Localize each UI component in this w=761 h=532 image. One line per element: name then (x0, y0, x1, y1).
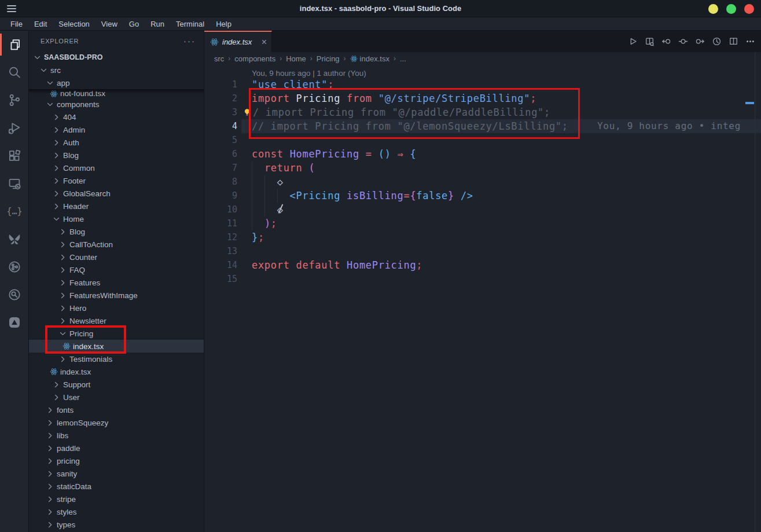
circle-branch-icon[interactable] (0, 253, 28, 281)
tree-item-admin[interactable]: Admin (29, 123, 204, 136)
tree-item-user[interactable]: User (29, 391, 204, 403)
tree-item-featureswithimage[interactable]: FeaturesWithImage (29, 289, 204, 302)
extensions-icon[interactable] (0, 142, 28, 170)
close-light[interactable] (744, 4, 754, 14)
gitlens-authors-codelens[interactable]: You, 9 hours ago | 1 author (You) (204, 65, 761, 78)
tree-item-stripe[interactable]: stripe (29, 493, 204, 505)
line-number[interactable]: 5 (204, 133, 241, 147)
breadcrumb-item-components[interactable]: components (234, 54, 275, 63)
tree-item-styles[interactable]: styles (29, 505, 204, 518)
tree-item-app[interactable]: app (29, 76, 204, 89)
more-actions-icon[interactable] (745, 36, 755, 47)
tree-item-fonts[interactable]: fonts (29, 403, 204, 416)
tree-item-404[interactable]: 404 (29, 111, 204, 123)
json-brackets-icon[interactable]: {…} (0, 197, 28, 225)
tree-item-not-found-tsx[interactable]: not-found.tsx (29, 89, 204, 98)
tree-item-newsletter[interactable]: Newsletter (29, 314, 204, 327)
tree-item-types[interactable]: types (29, 518, 204, 531)
line-number[interactable]: 15 (204, 272, 241, 286)
breadcrumb-item-index-tsx[interactable]: index.tsx (350, 54, 389, 63)
tree-item-label: styles (57, 508, 77, 516)
menu-edit[interactable]: Edit (28, 19, 53, 30)
timeline-icon[interactable] (711, 36, 722, 47)
line-number[interactable]: 14 (204, 258, 241, 272)
menu-go[interactable]: Go (123, 19, 145, 30)
lightbulb-icon[interactable] (242, 107, 252, 118)
menu-run[interactable]: Run (145, 19, 170, 30)
tree-item-pricing[interactable]: pricing (29, 454, 204, 467)
maximize-light[interactable] (726, 4, 736, 14)
remote-explorer-icon[interactable] (0, 170, 28, 197)
menu-view[interactable]: View (95, 19, 123, 30)
line-number[interactable]: 1 (204, 78, 241, 91)
run-icon[interactable] (627, 36, 638, 47)
line-number[interactable]: 7 (204, 161, 241, 175)
breadcrumb-item--[interactable]: ... (400, 54, 406, 63)
tree-item-pricing[interactable]: Pricing (29, 327, 204, 340)
line-number[interactable]: 10 (204, 203, 241, 217)
tree-item-blog[interactable]: Blog (29, 149, 204, 162)
code-token: /> (461, 190, 473, 201)
line-number[interactable]: 4 (204, 119, 241, 133)
chevron-right-icon (52, 380, 61, 389)
next-change-icon[interactable] (694, 36, 705, 47)
tree-item-paddle[interactable]: paddle (29, 442, 204, 454)
open-changes-icon[interactable] (644, 36, 655, 47)
tree-item-faq[interactable]: FAQ (29, 263, 204, 276)
tree-item-staticdata[interactable]: staticData (29, 480, 204, 493)
prev-change-icon[interactable] (661, 36, 671, 47)
line-number[interactable]: 8 (204, 175, 241, 189)
tree-item-auth[interactable]: Auth (29, 136, 204, 149)
tree-item-index-tsx[interactable]: index.tsx (29, 340, 204, 353)
tree-item-libs[interactable]: libs (29, 429, 204, 442)
tree-item-src[interactable]: src (29, 64, 204, 76)
search-icon[interactable] (0, 58, 28, 86)
breadcrumb-item-src[interactable]: src (214, 54, 224, 63)
tree-item-footer[interactable]: Footer (29, 174, 204, 187)
breadcrumb-item-home[interactable]: Home (286, 54, 306, 63)
tree-item-components[interactable]: components (29, 98, 204, 111)
tree-item-saasbold-pro[interactable]: SAASBOLD-PRO (29, 51, 204, 64)
compare-changes-icon[interactable] (678, 36, 688, 47)
files-icon[interactable] (0, 31, 28, 58)
line-number[interactable]: 2 (204, 91, 241, 105)
line-number[interactable]: 12 (204, 230, 241, 244)
tree-item-lemonsqueezy[interactable]: lemonSqueezy (29, 416, 204, 429)
menu-terminal[interactable]: Terminal (170, 19, 210, 30)
tree-item-blog[interactable]: Blog (29, 225, 204, 238)
breadcrumb-item-pricing[interactable]: Pricing (317, 54, 340, 63)
menu-hamburger-icon[interactable] (7, 5, 16, 12)
tree-item-home[interactable]: Home (29, 212, 204, 225)
tree-item-globalsearch[interactable]: GlobalSearch (29, 187, 204, 200)
tree-item-hero[interactable]: Hero (29, 302, 204, 314)
tree-item-header[interactable]: Header (29, 200, 204, 212)
tab-index-tsx[interactable]: index.tsx × (204, 31, 272, 52)
line-number[interactable]: 6 (204, 147, 241, 161)
line-number[interactable]: 11 (204, 217, 241, 230)
menu-help[interactable]: Help (210, 19, 237, 30)
tree-item-common[interactable]: Common (29, 162, 204, 174)
menu-file[interactable]: File (5, 19, 28, 30)
run-debug-icon[interactable] (0, 114, 28, 142)
tree-item-testimonials[interactable]: Testimonials (29, 353, 204, 365)
tree-item-support[interactable]: Support (29, 378, 204, 391)
line-number[interactable]: 13 (204, 244, 241, 258)
code-editor[interactable]: 1"use client";2import Pricing from "@/st… (204, 78, 761, 532)
line-number[interactable]: 9 (204, 189, 241, 203)
tab-close-icon[interactable]: × (262, 38, 267, 47)
tree-item-index-tsx[interactable]: index.tsx (29, 365, 204, 378)
tree-item-counter[interactable]: Counter (29, 251, 204, 263)
source-control-icon[interactable] (0, 86, 28, 114)
tree-item-features[interactable]: Features (29, 276, 204, 289)
tree-item-calltoaction[interactable]: CallToAction (29, 238, 204, 251)
butterfly-icon[interactable] (0, 225, 28, 253)
line-number[interactable]: 3 (204, 105, 241, 119)
explorer-more-actions-icon[interactable]: ··· (183, 36, 196, 46)
breadcrumb: src›components›Home›Pricing›index.tsx›..… (204, 52, 761, 65)
menu-selection[interactable]: Selection (53, 19, 95, 30)
tree-item-sanity[interactable]: sanity (29, 467, 204, 480)
app-logo-icon[interactable] (0, 309, 28, 336)
minimize-light[interactable] (708, 4, 718, 14)
split-editor-icon[interactable] (728, 36, 738, 47)
circle-search-icon[interactable] (0, 281, 28, 309)
